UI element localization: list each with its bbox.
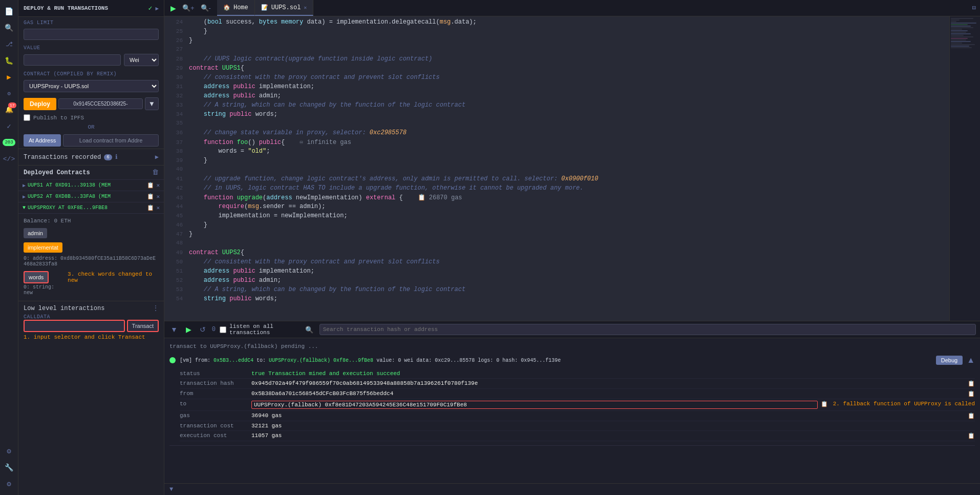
uups2-chevron-icon[interactable]: ▶ bbox=[23, 194, 26, 200]
console-toolbar: ▼ ▶ ↺ 0 listen on all transactions 🔍 bbox=[164, 321, 980, 338]
console-down-btn[interactable]: ▼ bbox=[168, 324, 180, 335]
code-line-54: 54 string public words; bbox=[164, 295, 949, 304]
code-line-38: 38 words = "old"; bbox=[164, 148, 949, 157]
txhash-copy-icon[interactable]: 📋 bbox=[968, 380, 975, 387]
git-icon-btn[interactable]: ⎇ bbox=[2, 37, 16, 51]
code-line-29: 29 contract UUPS1{ bbox=[164, 65, 949, 74]
zoom-in-btn[interactable]: 🔍+ bbox=[180, 2, 197, 14]
code-line-25: 25 } bbox=[164, 28, 949, 37]
wrench-icon-btn[interactable]: 🔧 bbox=[2, 460, 16, 475]
code-icon-btn[interactable]: </> bbox=[2, 152, 16, 166]
uupsproxy-copy-icon[interactable]: 📋 bbox=[147, 204, 154, 211]
low-level-title: Low level interactions bbox=[24, 305, 104, 312]
exec-cost-copy-icon[interactable]: 📋 bbox=[968, 432, 975, 439]
publish-row: Publish to IPFS bbox=[18, 113, 164, 122]
tx-value-summary: 0 wei bbox=[398, 358, 413, 363]
debug-icon-btn[interactable]: 🐛 bbox=[2, 53, 16, 68]
uupsproxy-name[interactable]: UUPSPROXY AT 0XF8E...9FBE8 bbox=[28, 205, 145, 211]
implementation-btn[interactable]: implementat bbox=[24, 242, 62, 253]
uups2-name[interactable]: UUPS2 AT 0XD8B...33FA8 (MEM bbox=[28, 194, 145, 199]
code-line-28: 28 // UUPS logic contract(upgrade functi… bbox=[164, 55, 949, 65]
detail-row-from: from 0x5B38Da6a701c568545dCFcB03FcB875f5… bbox=[180, 389, 975, 399]
uups2-close-icon[interactable]: ✕ bbox=[156, 193, 160, 200]
or-divider: OR bbox=[18, 122, 164, 132]
file-icon-btn[interactable]: 📄 bbox=[2, 4, 16, 18]
run-icon-btn[interactable]: ▶ bbox=[2, 70, 16, 84]
tab-uups[interactable]: 📝 UUPS.sol ✕ bbox=[255, 0, 314, 16]
console-play-btn[interactable]: ▶ bbox=[184, 324, 194, 335]
tab-uups-close[interactable]: ✕ bbox=[304, 5, 307, 11]
notification-icon-btn[interactable]: 🔔 17 bbox=[2, 102, 16, 117]
plugin-icon-btn[interactable]: ⚙ bbox=[2, 86, 16, 100]
console-refresh-btn[interactable]: ↺ bbox=[198, 324, 208, 335]
console-area: ▼ ▶ ↺ 0 listen on all transactions 🔍 tra… bbox=[164, 321, 980, 495]
listen-checkbox[interactable] bbox=[220, 326, 226, 333]
search-console-icon-btn[interactable]: 🔍 bbox=[303, 325, 315, 335]
split-view-icon[interactable]: ⊟ bbox=[968, 4, 980, 12]
load-contract-button[interactable]: Load contract from Addre bbox=[63, 134, 159, 147]
minimap bbox=[949, 16, 980, 321]
zoom-out-btn[interactable]: 🔍- bbox=[199, 2, 213, 14]
collapse-icon[interactable]: ▶ bbox=[155, 5, 159, 12]
uups1-chevron-icon[interactable]: ▶ bbox=[23, 182, 26, 189]
low-level-more-icon[interactable]: ⋮ bbox=[153, 304, 159, 312]
code-line-40: 40 bbox=[164, 166, 949, 175]
gas-label: gas bbox=[180, 412, 251, 419]
detail-row-to: to UUPSProxy.(fallback) 0xf8e81D47203A59… bbox=[180, 399, 975, 411]
gas-copy-icon[interactable]: 📋 bbox=[968, 412, 975, 419]
deploy-header: DEPLOY & RUN TRANSACTIONS ✓ ▶ bbox=[18, 0, 164, 17]
uups1-name[interactable]: UUPS1 AT 0XD91...39138 (MEM bbox=[28, 182, 145, 188]
uups1-copy-icon[interactable]: 📋 bbox=[147, 182, 154, 189]
expand-btn[interactable]: ▲ bbox=[967, 356, 975, 365]
to-value: UUPSProxy.(fallback) 0xf8e81D47203A59424… bbox=[251, 401, 818, 409]
from-copy-icon[interactable]: 📋 bbox=[968, 390, 975, 397]
deploy-button[interactable]: Deploy bbox=[24, 98, 56, 110]
gas-limit-input[interactable]: 3000000 bbox=[24, 29, 159, 40]
tx-chevron-icon[interactable]: ▶ bbox=[155, 153, 159, 161]
uupsproxy-chevron-icon[interactable]: ▼ bbox=[23, 205, 26, 211]
words-btn[interactable]: words bbox=[24, 271, 49, 283]
code-line-26: 26 } bbox=[164, 37, 949, 46]
to-label: to bbox=[180, 401, 251, 409]
console-search-input[interactable] bbox=[319, 324, 976, 335]
deploy-chevron-btn[interactable]: ▼ bbox=[145, 97, 159, 110]
uups2-icons: 📋 ✕ bbox=[147, 193, 160, 200]
settings-icon-btn[interactable]: ⚙ bbox=[2, 444, 16, 458]
to-copy-icon[interactable]: 📋 bbox=[821, 401, 828, 409]
code-editor: 24 (bool success, bytes memory data) = i… bbox=[164, 16, 980, 321]
uups2-copy-icon[interactable]: 📋 bbox=[147, 193, 154, 200]
code-line-27: 27 bbox=[164, 46, 949, 55]
value-input[interactable]: 0 bbox=[24, 54, 121, 66]
code-line-39: 39 } bbox=[164, 157, 949, 166]
deploy-address-btn[interactable]: 0x9145CCE52D386f25- bbox=[58, 98, 143, 109]
publish-ipfs-checkbox[interactable] bbox=[24, 114, 30, 121]
search-icon-btn[interactable]: 🔍 bbox=[2, 20, 16, 35]
at-address-button[interactable]: At Address bbox=[24, 134, 61, 147]
transact-button[interactable]: Transact bbox=[127, 320, 159, 332]
tx-cost-value: 32121 gas bbox=[251, 423, 975, 429]
tab-home[interactable]: 🏠 Home bbox=[217, 0, 255, 16]
uupsproxy-close-icon[interactable]: ✕ bbox=[156, 204, 160, 211]
badge-203-btn[interactable]: 203 bbox=[2, 135, 16, 150]
code-lines: 24 (bool success, bytes memory data) = i… bbox=[164, 16, 949, 321]
uups1-close-icon[interactable]: ✕ bbox=[156, 182, 160, 189]
check-icon-btn[interactable]: ✓ bbox=[2, 119, 16, 133]
bottom-settings-icon-btn[interactable]: ⚙ bbox=[2, 477, 16, 491]
icon-bar: 📄 🔍 ⎇ 🐛 ▶ ⚙ 🔔 17 ✓ 203 </> ⚙ 🔧 ⚙ bbox=[0, 0, 18, 495]
publish-ipfs-label: Publish to IPFS bbox=[33, 115, 84, 121]
code-line-41: 41 // upgrade function, change logic con… bbox=[164, 175, 949, 184]
console-more-btn[interactable]: ▼ bbox=[164, 483, 980, 495]
run-btn[interactable]: ▶ bbox=[168, 2, 178, 14]
tx-hash-summary: 0x945...f139e bbox=[521, 358, 561, 363]
low-level-header: Low level interactions ⋮ bbox=[24, 304, 159, 312]
value-unit-select[interactable]: Wei Gwei Finney Ether bbox=[124, 54, 159, 66]
debug-button[interactable]: Debug bbox=[936, 356, 963, 365]
transactions-recorded-row[interactable]: Transactions recorded 6 ℹ ▶ bbox=[18, 149, 164, 165]
calldata-input[interactable]: 0xc2985578 bbox=[24, 320, 125, 332]
words-value: 0: string: new bbox=[24, 283, 63, 296]
contract-select[interactable]: UUPSProxy - UUPS.sol bbox=[24, 80, 159, 92]
code-line-44: 44 require(msg.sender == admin); bbox=[164, 203, 949, 212]
status-label: status bbox=[180, 370, 251, 377]
admin-btn[interactable]: admin bbox=[24, 228, 47, 238]
trash-icon[interactable]: 🗑 bbox=[152, 169, 159, 176]
